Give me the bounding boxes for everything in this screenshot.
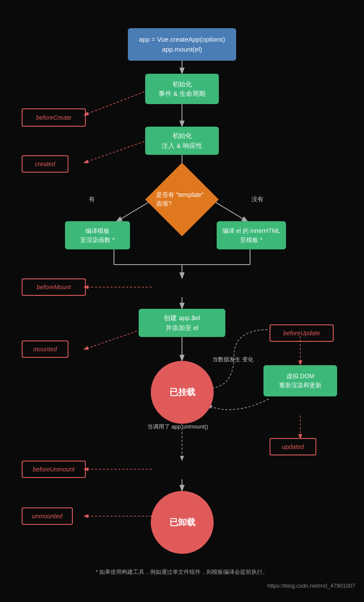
init-inject-label: 初始化 注入 & 响应性 [162, 131, 202, 150]
updated-hook-box: updated [270, 438, 316, 455]
svg-line-3 [84, 139, 152, 163]
init-events-box: 初始化 事件 & 生命周期 [145, 74, 219, 104]
watermark: https://blog.csdn.net/m0_47901007 [267, 582, 355, 589]
compile-template-box: 编译模板 至渲染函数 * [65, 221, 130, 249]
mounted-circle: 已挂载 [151, 361, 214, 424]
updated-hook-label: updated [282, 442, 304, 452]
unmount-call-label: 当调用了 app.unmount() [147, 423, 208, 431]
before-create-box: beforeCreate [22, 108, 86, 127]
unmounted-circle-label: 已卸载 [169, 517, 195, 528]
footnote: * 如果使用构建工具，例如通过单文件组件，则模板编译会提前执行。 [0, 568, 364, 576]
compile-template-label: 编译模板 至渲染函数 * [80, 226, 114, 245]
vdom-update-box: 虚拟 DOM 重新渲染和更新 [263, 365, 337, 396]
before-unmount-label: beforeUnmount [33, 465, 75, 474]
unmounted-hook-label: unmounted [32, 512, 62, 521]
compile-html-label: 编译 el 的 innerHTML 至模板 * [222, 226, 280, 245]
vdom-update-label: 虚拟 DOM 重新渲染和更新 [279, 372, 322, 390]
before-update-box: beforeUpdate [270, 324, 334, 342]
created-label: created [35, 160, 55, 169]
diamond-container: 是否有 "template" 选项? [156, 173, 208, 226]
create-el-label: 创建 app.$el 并添加至 el [164, 313, 200, 333]
diamond-box: 是否有 "template" 选项? [145, 163, 219, 236]
before-mount-label: beforeMount [37, 283, 71, 292]
data-change-label: 当数据发生 变化 [212, 356, 254, 363]
compile-html-box: 编译 el 的 innerHTML 至模板 * [217, 221, 286, 249]
created-box: created [22, 155, 68, 173]
has-label: 有 [89, 195, 95, 204]
no-has-label: 没有 [251, 195, 263, 204]
before-create-label: beforeCreate [36, 113, 72, 122]
mounted-circle-label: 已挂载 [169, 386, 195, 398]
unmounted-hook-box: unmounted [22, 507, 73, 525]
start-label: app = Vue.createApp(options) app.mount(e… [139, 35, 225, 54]
diagram-container: app = Vue.createApp(options) app.mount(e… [0, 0, 364, 602]
before-unmount-box: beforeUnmount [22, 461, 86, 478]
mounted-hook-box: mounted [22, 340, 68, 358]
start-box: app = Vue.createApp(options) app.mount(e… [128, 28, 236, 61]
unmounted-circle: 已卸载 [151, 491, 214, 554]
mounted-hook-label: mounted [33, 345, 57, 354]
diamond-label: 是否有 "template" 选项? [156, 191, 208, 208]
svg-line-1 [84, 89, 152, 115]
before-mount-box: beforeMount [22, 278, 86, 296]
before-update-label: beforeUpdate [283, 329, 320, 338]
init-events-label: 初始化 事件 & 生命周期 [159, 79, 205, 99]
create-el-box: 创建 app.$el 并添加至 el [139, 309, 225, 337]
init-inject-box: 初始化 注入 & 响应性 [145, 127, 219, 155]
